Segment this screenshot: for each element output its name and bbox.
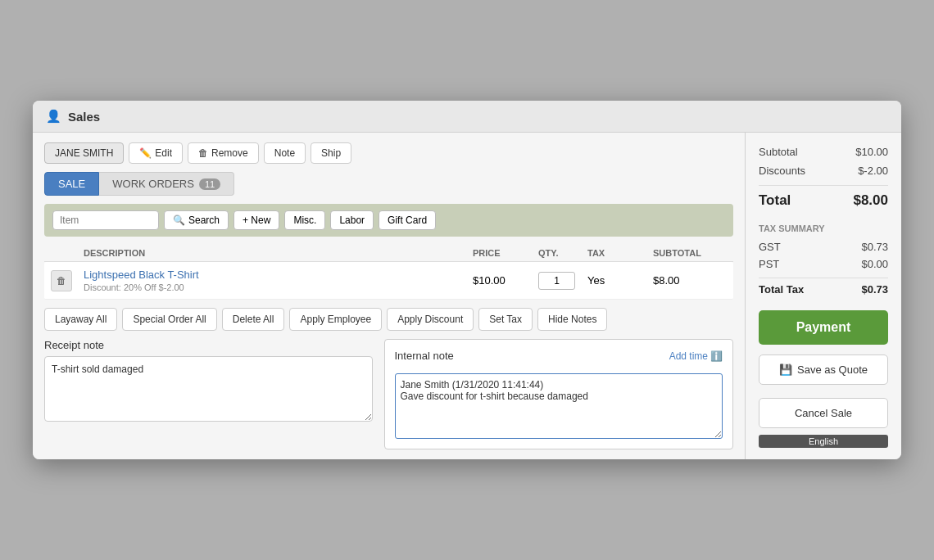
search-icon: 🔍 [173, 215, 185, 226]
tab-sale[interactable]: SALE [44, 172, 99, 196]
main-window: 👤 Sales JANE SMITH ✏️ Edit 🗑 Remove Note… [33, 101, 901, 459]
col-tax: TAX [587, 248, 653, 258]
special-order-all-button[interactable]: Special Order All [122, 308, 216, 331]
internal-note-textarea[interactable]: Jane Smith (1/31/2020 11:41:44) Gave dis… [395, 373, 723, 439]
search-button[interactable]: 🔍 Search [164, 210, 229, 230]
user-icon: 👤 [46, 109, 61, 124]
internal-note-header: Internal note Add time ℹ️ [395, 350, 723, 362]
save-icon: 💾 [779, 364, 792, 376]
gst-value: $0.73 [861, 241, 888, 253]
work-orders-badge: 11 [199, 178, 220, 190]
pst-label: PST [759, 258, 779, 270]
customer-button[interactable]: JANE SMITH [44, 142, 124, 164]
qty-input[interactable] [538, 272, 575, 290]
subtotal-label: Subtotal [759, 146, 798, 158]
total-label: Total [759, 192, 791, 209]
item-tax: Yes [587, 274, 653, 287]
item-discount: Discount: 20% Off $-2.00 [84, 282, 473, 292]
action-bar: JANE SMITH ✏️ Edit 🗑 Remove Note Ship [44, 142, 733, 164]
subtotal-row: Subtotal $10.00 [759, 144, 888, 160]
info-icon: ℹ️ [710, 350, 723, 362]
discounts-row: Discounts $-2.00 [759, 163, 888, 178]
discounts-value: $-2.00 [858, 165, 888, 177]
subtotal-value: $10.00 [855, 146, 888, 158]
table-header: DESCRIPTION PRICE QTY. TAX SUBTOTAL [44, 245, 733, 262]
remove-button[interactable]: 🗑 Remove [188, 142, 259, 164]
notes-section: Receipt note T-shirt sold damaged Intern… [44, 339, 733, 449]
col-price: PRICE [473, 248, 538, 258]
gift-card-button[interactable]: Gift Card [379, 210, 436, 230]
cancel-sale-button[interactable]: Cancel Sale [759, 398, 888, 428]
total-tax-label: Total Tax [759, 283, 804, 296]
note-button[interactable]: Note [264, 142, 306, 164]
add-time-button[interactable]: Add time ℹ️ [669, 350, 723, 362]
total-tax-row: Total Tax $0.73 [759, 278, 888, 296]
item-input[interactable] [52, 210, 159, 230]
ship-button[interactable]: Ship [311, 142, 351, 164]
tax-summary-label: TAX SUMMARY [759, 224, 888, 233]
col-qty: QTY. [538, 248, 587, 258]
total-value: $8.00 [853, 192, 888, 209]
title-bar: 👤 Sales [33, 101, 901, 133]
delete-all-button[interactable]: Delete All [222, 308, 285, 331]
col-subtotal: SUBTOTAL [653, 248, 727, 258]
item-bar: 🔍 Search + New Misc. Labor Gift Card [44, 204, 733, 237]
receipt-note-label: Receipt note [44, 339, 373, 351]
items-table: DESCRIPTION PRICE QTY. TAX SUBTOTAL 🗑 Li… [44, 245, 733, 300]
receipt-note-textarea[interactable]: T-shirt sold damaged [44, 356, 373, 422]
col-description: DESCRIPTION [84, 248, 473, 258]
receipt-note-box: Receipt note T-shirt sold damaged [44, 339, 373, 449]
total-tax-value: $0.73 [861, 283, 888, 296]
apply-employee-button[interactable]: Apply Employee [289, 308, 382, 331]
main-content: JANE SMITH ✏️ Edit 🗑 Remove Note Ship SA… [33, 133, 901, 459]
delete-item-button[interactable]: 🗑 [51, 270, 72, 291]
gst-row: GST $0.73 [759, 240, 888, 254]
item-subtotal: $8.00 [653, 274, 727, 287]
payment-button[interactable]: Payment [759, 310, 888, 345]
window-title: Sales [68, 110, 100, 124]
right-panel: Subtotal $10.00 Discounts $-2.00 Total $… [746, 133, 901, 459]
set-tax-button[interactable]: Set Tax [478, 308, 533, 331]
item-name-link[interactable]: Lightspeed Black T-Shirt [84, 269, 473, 281]
misc-button[interactable]: Misc. [284, 210, 325, 230]
pst-row: PST $0.00 [759, 257, 888, 271]
trash-icon: 🗑 [198, 147, 208, 159]
hide-notes-button[interactable]: Hide Notes [537, 308, 607, 331]
layaway-all-button[interactable]: Layaway All [44, 308, 117, 331]
tabs: SALE WORK ORDERS 11 [44, 172, 733, 196]
pst-value: $0.00 [861, 258, 888, 270]
save-as-quote-button[interactable]: 💾 Save as Quote [759, 355, 888, 385]
language-badge: English [759, 435, 888, 448]
table-row: 🗑 Lightspeed Black T-Shirt Discount: 20%… [44, 262, 733, 300]
total-row: Total $8.00 [759, 185, 888, 212]
gst-label: GST [759, 241, 781, 253]
tab-work-orders[interactable]: WORK ORDERS 11 [99, 172, 234, 196]
edit-button[interactable]: ✏️ Edit [129, 142, 183, 164]
edit-icon: ✏️ [139, 147, 152, 159]
left-panel: JANE SMITH ✏️ Edit 🗑 Remove Note Ship SA… [33, 133, 746, 459]
internal-note-label: Internal note [395, 350, 454, 362]
labor-button[interactable]: Labor [330, 210, 374, 230]
internal-note-box: Internal note Add time ℹ️ Jane Smith (1/… [384, 339, 734, 449]
item-price: $10.00 [473, 274, 538, 287]
bottom-actions: Layaway All Special Order All Delete All… [44, 308, 733, 331]
apply-discount-button[interactable]: Apply Discount [387, 308, 474, 331]
new-button[interactable]: + New [234, 210, 279, 230]
discounts-label: Discounts [759, 165, 805, 177]
